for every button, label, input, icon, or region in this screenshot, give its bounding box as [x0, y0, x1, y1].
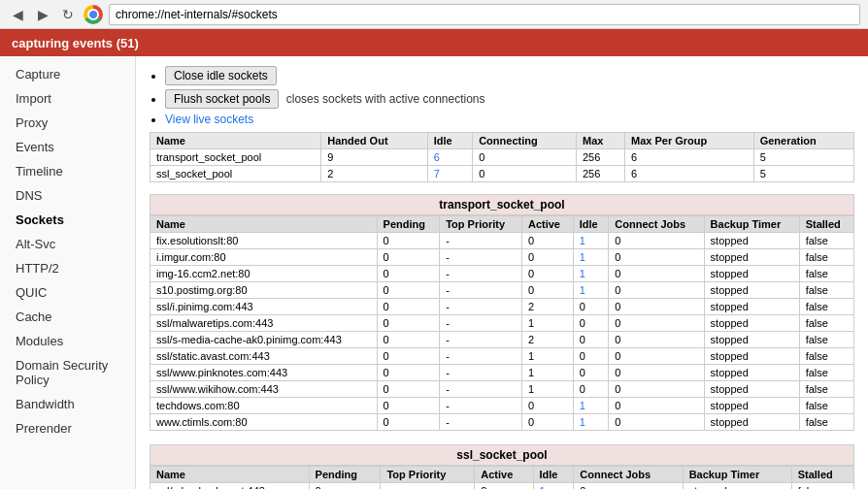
th-connect-jobs: Connect Jobs	[574, 467, 683, 483]
browser-toolbar: ◀ ▶ ↻	[0, 0, 868, 29]
cell: 0	[377, 315, 440, 332]
table-row: transport_socket_pool 9 6 0 256 6 5	[150, 149, 854, 166]
address-bar[interactable]	[109, 4, 860, 25]
sidebar-item-modules[interactable]: Modules	[0, 329, 135, 353]
cell: stopped	[704, 332, 799, 348]
sidebar-item-import[interactable]: Import	[0, 86, 135, 111]
cell: 0	[377, 299, 440, 315]
cell: false	[799, 398, 853, 414]
cell: 0	[609, 315, 704, 332]
cell[interactable]: 1	[573, 249, 609, 266]
cell: stopped	[704, 233, 799, 249]
forward-button[interactable]: ▶	[33, 5, 52, 24]
cell: 0	[377, 282, 440, 299]
close-idle-sockets-button[interactable]: Close idle sockets	[165, 66, 277, 85]
idle-link-1[interactable]: 7	[434, 168, 440, 179]
cell: ssl/www.wikihow.com:443	[150, 381, 378, 398]
cell: stopped	[704, 398, 799, 414]
cell: 0	[521, 233, 573, 249]
cell: 0	[521, 398, 573, 414]
cell: false	[791, 483, 853, 490]
th-top-priority: Top Priority	[440, 216, 522, 233]
cell: stopped	[704, 282, 799, 299]
sidebar-item-domain-security[interactable]: Domain Security Policy	[0, 353, 135, 392]
table-row: ssl/s-media-cache-ak0.pinimg.com:4430-20…	[150, 332, 854, 348]
sidebar-item-capture[interactable]: Capture	[0, 62, 135, 86]
cell: 0	[609, 299, 704, 315]
back-button[interactable]: ◀	[8, 5, 27, 24]
cell[interactable]: 1	[573, 266, 609, 282]
cell[interactable]: 1	[573, 233, 609, 249]
cell: 1	[521, 315, 573, 332]
col-name: Name	[150, 133, 321, 149]
cell: false	[799, 282, 853, 299]
idle-count-link[interactable]: 1	[580, 268, 585, 279]
cell: 0	[377, 414, 440, 431]
cell[interactable]: 1	[573, 282, 609, 299]
sidebar-item-proxy[interactable]: Proxy	[0, 111, 135, 135]
cell-idle-link[interactable]: 6	[427, 149, 472, 166]
th-idle: Idle	[533, 467, 574, 483]
table-row: fix.esolutionslt:800-010stoppedfalse	[150, 233, 854, 249]
cell: 0	[609, 249, 704, 266]
sidebar-item-timeline[interactable]: Timeline	[0, 159, 135, 183]
th-active: Active	[475, 467, 533, 483]
cell: ssl/www.pinknotes.com:443	[150, 365, 378, 381]
cell: stopped	[683, 483, 791, 490]
cell: 0	[377, 233, 440, 249]
idle-count-link[interactable]: 1	[540, 485, 546, 489]
cell[interactable]: 1	[573, 398, 609, 414]
sidebar-item-cache[interactable]: Cache	[0, 305, 135, 329]
idle-link-0[interactable]: 6	[434, 151, 440, 163]
cell: 0	[573, 348, 609, 365]
cell: ssl/s-media-cache-ak0.pinimg.com:443	[150, 332, 378, 348]
sidebar-item-dns[interactable]: DNS	[0, 183, 135, 208]
table-row: s10.postimg.org:800-010stoppedfalse	[150, 282, 854, 299]
cell: false	[799, 249, 853, 266]
banner-text: capturing events (51)	[12, 36, 139, 50]
cell-idle-link[interactable]: 7	[427, 166, 472, 182]
th-stalled: Stalled	[791, 467, 853, 483]
flush-note: closes sockets with active connections	[286, 92, 485, 106]
cell[interactable]: 1	[573, 414, 609, 431]
sidebar-item-prerender[interactable]: Prerender	[0, 416, 135, 440]
flush-socket-pools-button[interactable]: Flush socket pools	[165, 89, 279, 109]
cell-connecting: 0	[473, 166, 577, 182]
sidebar-item-quic[interactable]: QUIC	[0, 280, 135, 305]
cell: 0	[521, 266, 573, 282]
cell: ssl/i.pinimg.com:443	[150, 299, 378, 315]
sidebar-item-bandwidth[interactable]: Bandwidth	[0, 392, 135, 416]
cell: 0	[377, 266, 440, 282]
idle-count-link[interactable]: 1	[580, 235, 585, 246]
cell: 0	[521, 249, 573, 266]
cell: i.imgur.com:80	[150, 249, 378, 266]
view-live-sockets-link[interactable]: View live sockets	[165, 113, 253, 126]
idle-count-link[interactable]: 1	[580, 284, 585, 296]
idle-count-link[interactable]: 1	[580, 400, 585, 411]
cell: 0	[573, 381, 609, 398]
cell-connecting: 0	[473, 149, 577, 166]
sidebar-item-alt-svc[interactable]: Alt-Svc	[0, 232, 135, 256]
cell: -	[440, 282, 522, 299]
sidebar-item-http2[interactable]: HTTP/2	[0, 256, 135, 280]
chrome-logo-icon	[83, 5, 103, 24]
th-pending: Pending	[377, 216, 440, 233]
table-row: ssl/i.pinimg.com:4430-200stoppedfalse	[150, 299, 854, 315]
idle-count-link[interactable]: 1	[580, 251, 585, 263]
cell[interactable]: 1	[533, 483, 574, 490]
sidebar-item-sockets[interactable]: Sockets	[0, 208, 135, 232]
cell-pool-name: ssl_socket_pool	[150, 166, 321, 182]
transport-pool-header: transport_socket_pool	[150, 194, 854, 215]
reload-button[interactable]: ↻	[58, 5, 78, 24]
cell: 0	[609, 348, 704, 365]
col-connecting: Connecting	[473, 133, 577, 149]
sidebar-item-events[interactable]: Events	[0, 135, 135, 159]
cell: img-16.ccm2.net:80	[150, 266, 378, 282]
cell: 1	[521, 348, 573, 365]
th-connect-jobs: Connect Jobs	[609, 216, 704, 233]
col-generation: Generation	[753, 133, 853, 149]
cell-max: 256	[577, 149, 625, 166]
table-row: i.imgur.com:800-010stoppedfalse	[150, 249, 854, 266]
idle-count-link[interactable]: 1	[580, 416, 585, 428]
cell: stopped	[704, 414, 799, 431]
